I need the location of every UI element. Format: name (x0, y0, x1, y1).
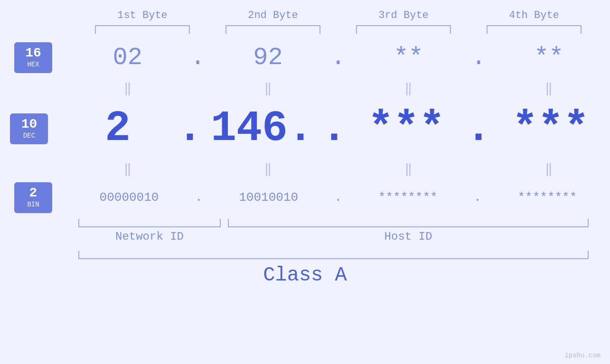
eq2-b3: ‖ (349, 161, 468, 177)
hex-badge: 16 HEX (14, 42, 52, 73)
hex-b4: ** (534, 44, 563, 72)
dec-dot2: . (321, 104, 347, 153)
main-container: 1st Byte 2nd Byte 3rd Byte 4th Byte 16 H… (0, 0, 610, 364)
bin-badge: 2 BIN (14, 182, 52, 213)
bracket-byte2 (225, 25, 320, 34)
pipe3b: ‖ (404, 161, 412, 177)
eq1-b2: ‖ (209, 81, 328, 96)
top-brackets (77, 25, 600, 34)
class-section: Class A (0, 251, 610, 287)
host-id-label: Host ID (228, 230, 589, 243)
dec-b3: *** (368, 104, 445, 153)
eq1-b4: ‖ (489, 81, 608, 96)
class-bracket (78, 251, 589, 259)
bin-b4-group: ******** (488, 190, 607, 205)
bottom-brackets (78, 219, 589, 227)
hex-b1: 02 (113, 44, 142, 72)
bottom-section: Network ID Host ID (0, 219, 610, 243)
hex-b2: 92 (253, 44, 282, 72)
class-label: Class A (0, 264, 610, 287)
bin-dot3: . (474, 190, 481, 205)
hex-dot3: . (471, 44, 486, 72)
bin-dot1: . (195, 190, 203, 205)
byte-headers: 1st Byte 2nd Byte 3rd Byte 4th Byte (77, 9, 600, 21)
eq2-b1: ‖ (68, 161, 187, 177)
dec-base-left: 10 DEC (0, 113, 58, 144)
watermark: ipshu.com (564, 352, 601, 359)
bin-row: 2 BIN 00000010 . 10010010 . ******** . *… (0, 178, 610, 216)
bracket-byte3 (356, 25, 451, 34)
dec-b1-group: 2 (58, 104, 177, 153)
bin-b1-group: 00000010 (70, 190, 188, 205)
pipe4b: ‖ (545, 161, 553, 177)
dec-dot3: . (466, 104, 491, 153)
dec-b4: *** (512, 104, 589, 153)
pipe3a: ‖ (404, 81, 412, 96)
bin-label: BIN (27, 201, 39, 208)
hex-b4-group: ** (489, 44, 608, 72)
bin-b3: ******** (378, 190, 438, 205)
bin-b4: ******** (518, 190, 577, 205)
pipe2b: ‖ (264, 161, 272, 177)
hex-b1-group: 02 (68, 44, 187, 72)
bracket-byte4 (487, 25, 582, 34)
dec-values: 2 . 146. . *** . *** (58, 104, 610, 153)
eq2-b2: ‖ (209, 161, 328, 177)
dec-b3-group: *** (347, 104, 466, 153)
pipe1b: ‖ (124, 161, 131, 177)
hex-base-left: 16 HEX (0, 42, 66, 73)
hex-number: 16 (25, 47, 41, 60)
dec-b4-group: *** (491, 104, 610, 153)
dec-dot1: . (177, 104, 203, 153)
hex-b3-group: ** (349, 44, 468, 72)
dec-b2-group: 146. (203, 104, 321, 153)
network-bracket (78, 219, 221, 227)
dec-b1: 2 (105, 104, 131, 153)
bin-b2: 10010010 (239, 190, 298, 205)
host-bracket (228, 219, 589, 227)
eq-right-1: ‖ ‖ ‖ ‖ (66, 81, 610, 96)
bin-base-left: 2 BIN (0, 182, 66, 213)
eq-row-2: ‖ ‖ ‖ ‖ (0, 159, 610, 178)
hex-values: 02 . 92 . ** . ** (66, 44, 610, 72)
eq-right-2: ‖ ‖ ‖ ‖ (66, 161, 610, 177)
dec-label: DEC (23, 132, 35, 140)
bin-b3-group: ******** (348, 190, 467, 205)
eq1-b1: ‖ (68, 81, 187, 96)
pipe1a: ‖ (124, 81, 131, 96)
bin-dot2: . (335, 190, 342, 205)
byte1-label: 1st Byte (95, 9, 190, 21)
dec-row: 10 DEC 2 . 146. . *** . *** (0, 98, 610, 159)
hex-label: HEX (27, 61, 39, 68)
pipe4a: ‖ (545, 81, 553, 96)
bin-values: 00000010 . 10010010 . ******** . *******… (66, 190, 610, 205)
dec-b2: 146. (211, 104, 313, 153)
network-id-label: Network ID (78, 230, 221, 243)
eq-row-1: ‖ ‖ ‖ ‖ (0, 79, 610, 98)
bin-b2-group: 10010010 (209, 190, 328, 205)
byte2-label: 2nd Byte (225, 9, 320, 21)
hex-b2-group: 92 (209, 44, 328, 72)
dec-badge: 10 DEC (10, 113, 48, 144)
eq2-b4: ‖ (489, 161, 608, 177)
eq1-b3: ‖ (349, 81, 468, 96)
hex-dot1: . (190, 44, 205, 72)
dec-number: 10 (21, 118, 38, 131)
bottom-labels: Network ID Host ID (78, 230, 589, 243)
bin-b1: 00000010 (100, 190, 159, 205)
hex-row: 16 HEX 02 . 92 . ** . ** (0, 36, 610, 79)
byte4-label: 4th Byte (487, 9, 582, 21)
bracket-byte1 (95, 25, 190, 34)
byte3-label: 3rd Byte (356, 9, 451, 21)
hex-dot2: . (331, 44, 346, 72)
bin-number: 2 (29, 187, 38, 200)
hex-b3: ** (394, 44, 423, 72)
pipe2a: ‖ (264, 81, 272, 96)
